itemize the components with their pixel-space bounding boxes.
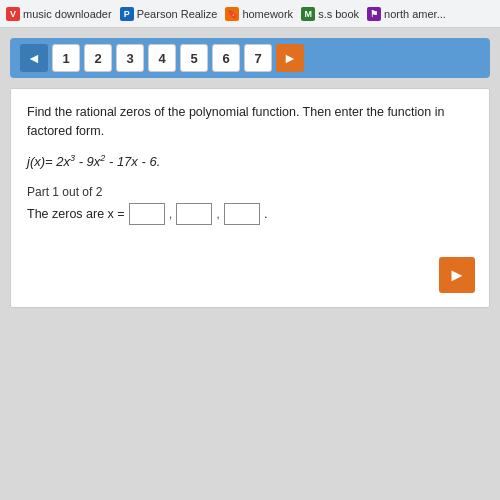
- period-end: .: [264, 206, 268, 221]
- homework-icon: 🔖: [225, 7, 239, 21]
- bookmark-music-downloader[interactable]: V music downloader: [6, 7, 112, 21]
- answer-input-1[interactable]: [129, 203, 165, 225]
- part-label: Part 1 out of 2: [27, 185, 473, 199]
- bookmark-bar: V music downloader P Pearson Realize 🔖 h…: [0, 0, 500, 28]
- nav-num-1[interactable]: 1: [52, 44, 80, 72]
- bookmark-homework-label: homework: [242, 8, 293, 20]
- dot-sep-1: ,: [169, 206, 173, 221]
- nav-left-arrow[interactable]: ◄: [20, 44, 48, 72]
- function-display: j(x)= 2x3 - 9x2 - 17x - 6.: [27, 153, 473, 169]
- bookmark-northamerica-label: north amer...: [384, 8, 446, 20]
- ssbook-icon: M: [301, 7, 315, 21]
- bookmark-pearson-label: Pearson Realize: [137, 8, 218, 20]
- nav-num-6[interactable]: 6: [212, 44, 240, 72]
- music-downloader-icon: V: [6, 7, 20, 21]
- zeros-prefix: The zeros are x =: [27, 207, 125, 221]
- nav-right-arrow[interactable]: ►: [276, 44, 304, 72]
- content-card: Find the rational zeros of the polynomia…: [10, 88, 490, 308]
- dot-sep-2: ,: [216, 206, 220, 221]
- nav-num-4[interactable]: 4: [148, 44, 176, 72]
- answer-input-2[interactable]: [176, 203, 212, 225]
- question-instruction: Find the rational zeros of the polynomia…: [27, 103, 473, 141]
- pearson-icon: P: [120, 7, 134, 21]
- zeros-line: The zeros are x = , , .: [27, 203, 473, 225]
- bookmark-northamerica[interactable]: ⚑ north amer...: [367, 7, 446, 21]
- bookmark-ssbook-label: s.s book: [318, 8, 359, 20]
- nav-bar: ◄ 1 2 3 4 5 6 7 ►: [10, 38, 490, 78]
- nav-num-2[interactable]: 2: [84, 44, 112, 72]
- bookmark-pearson[interactable]: P Pearson Realize: [120, 7, 218, 21]
- bookmark-homework[interactable]: 🔖 homework: [225, 7, 293, 21]
- answer-input-3[interactable]: [224, 203, 260, 225]
- northamerica-icon: ⚑: [367, 7, 381, 21]
- nav-num-5[interactable]: 5: [180, 44, 208, 72]
- main-area: ◄ 1 2 3 4 5 6 7 ► Find the rational zero…: [0, 28, 500, 500]
- nav-num-7[interactable]: 7: [244, 44, 272, 72]
- nav-num-3[interactable]: 3: [116, 44, 144, 72]
- bookmark-ssbook[interactable]: M s.s book: [301, 7, 359, 21]
- bookmark-music-label: music downloader: [23, 8, 112, 20]
- next-button[interactable]: ►: [439, 257, 475, 293]
